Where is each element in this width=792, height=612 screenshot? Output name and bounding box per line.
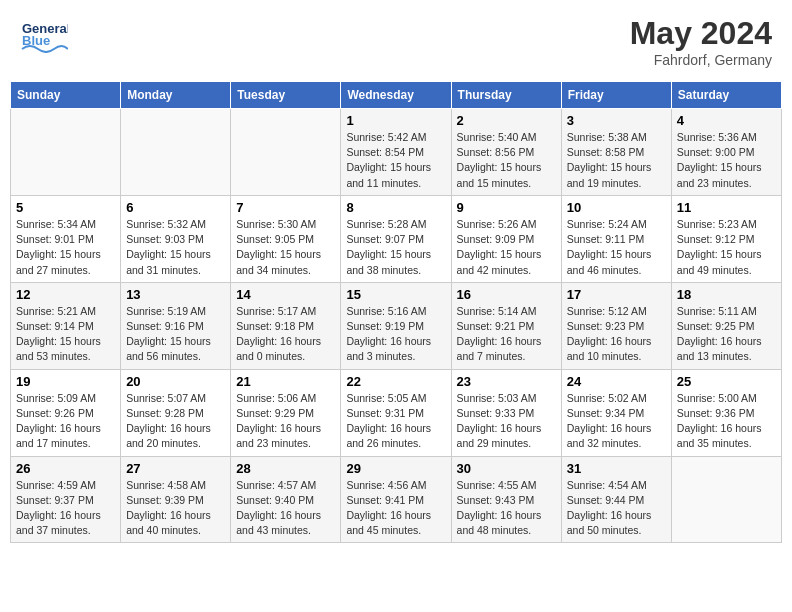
weekday-header-cell: Sunday [11, 82, 121, 109]
calendar-day-cell: 5Sunrise: 5:34 AM Sunset: 9:01 PM Daylig… [11, 195, 121, 282]
day-info: Sunrise: 5:30 AM Sunset: 9:05 PM Dayligh… [236, 217, 335, 278]
day-info: Sunrise: 5:19 AM Sunset: 9:16 PM Dayligh… [126, 304, 225, 365]
calendar-day-cell: 8Sunrise: 5:28 AM Sunset: 9:07 PM Daylig… [341, 195, 451, 282]
calendar-week-row: 5Sunrise: 5:34 AM Sunset: 9:01 PM Daylig… [11, 195, 782, 282]
calendar-day-cell: 18Sunrise: 5:11 AM Sunset: 9:25 PM Dayli… [671, 282, 781, 369]
day-number: 11 [677, 200, 776, 215]
day-info: Sunrise: 5:12 AM Sunset: 9:23 PM Dayligh… [567, 304, 666, 365]
day-number: 5 [16, 200, 115, 215]
day-info: Sunrise: 5:36 AM Sunset: 9:00 PM Dayligh… [677, 130, 776, 191]
calendar-day-cell: 24Sunrise: 5:02 AM Sunset: 9:34 PM Dayli… [561, 369, 671, 456]
calendar-week-row: 12Sunrise: 5:21 AM Sunset: 9:14 PM Dayli… [11, 282, 782, 369]
day-info: Sunrise: 5:00 AM Sunset: 9:36 PM Dayligh… [677, 391, 776, 452]
day-info: Sunrise: 4:58 AM Sunset: 9:39 PM Dayligh… [126, 478, 225, 539]
calendar-day-cell: 12Sunrise: 5:21 AM Sunset: 9:14 PM Dayli… [11, 282, 121, 369]
day-info: Sunrise: 5:05 AM Sunset: 9:31 PM Dayligh… [346, 391, 445, 452]
day-number: 10 [567, 200, 666, 215]
day-number: 3 [567, 113, 666, 128]
day-info: Sunrise: 5:28 AM Sunset: 9:07 PM Dayligh… [346, 217, 445, 278]
calendar-day-cell: 31Sunrise: 4:54 AM Sunset: 9:44 PM Dayli… [561, 456, 671, 543]
day-number: 30 [457, 461, 556, 476]
day-number: 16 [457, 287, 556, 302]
logo: General Blue [20, 15, 68, 53]
day-info: Sunrise: 5:17 AM Sunset: 9:18 PM Dayligh… [236, 304, 335, 365]
weekday-header-row: SundayMondayTuesdayWednesdayThursdayFrid… [11, 82, 782, 109]
calendar-day-cell: 25Sunrise: 5:00 AM Sunset: 9:36 PM Dayli… [671, 369, 781, 456]
calendar-day-cell [671, 456, 781, 543]
day-info: Sunrise: 4:56 AM Sunset: 9:41 PM Dayligh… [346, 478, 445, 539]
calendar-day-cell: 19Sunrise: 5:09 AM Sunset: 9:26 PM Dayli… [11, 369, 121, 456]
calendar-day-cell [11, 109, 121, 196]
day-number: 14 [236, 287, 335, 302]
day-info: Sunrise: 5:09 AM Sunset: 9:26 PM Dayligh… [16, 391, 115, 452]
calendar-day-cell: 11Sunrise: 5:23 AM Sunset: 9:12 PM Dayli… [671, 195, 781, 282]
calendar-day-cell: 16Sunrise: 5:14 AM Sunset: 9:21 PM Dayli… [451, 282, 561, 369]
weekday-header-cell: Wednesday [341, 82, 451, 109]
day-info: Sunrise: 5:03 AM Sunset: 9:33 PM Dayligh… [457, 391, 556, 452]
calendar-day-cell: 23Sunrise: 5:03 AM Sunset: 9:33 PM Dayli… [451, 369, 561, 456]
day-number: 7 [236, 200, 335, 215]
day-info: Sunrise: 5:24 AM Sunset: 9:11 PM Dayligh… [567, 217, 666, 278]
day-number: 1 [346, 113, 445, 128]
calendar-day-cell: 3Sunrise: 5:38 AM Sunset: 8:58 PM Daylig… [561, 109, 671, 196]
calendar-day-cell: 4Sunrise: 5:36 AM Sunset: 9:00 PM Daylig… [671, 109, 781, 196]
calendar-day-cell: 14Sunrise: 5:17 AM Sunset: 9:18 PM Dayli… [231, 282, 341, 369]
day-number: 15 [346, 287, 445, 302]
day-number: 22 [346, 374, 445, 389]
day-number: 13 [126, 287, 225, 302]
day-info: Sunrise: 5:40 AM Sunset: 8:56 PM Dayligh… [457, 130, 556, 191]
day-info: Sunrise: 4:54 AM Sunset: 9:44 PM Dayligh… [567, 478, 666, 539]
day-info: Sunrise: 4:59 AM Sunset: 9:37 PM Dayligh… [16, 478, 115, 539]
day-number: 27 [126, 461, 225, 476]
calendar-day-cell: 6Sunrise: 5:32 AM Sunset: 9:03 PM Daylig… [121, 195, 231, 282]
calendar-week-row: 19Sunrise: 5:09 AM Sunset: 9:26 PM Dayli… [11, 369, 782, 456]
calendar-week-row: 26Sunrise: 4:59 AM Sunset: 9:37 PM Dayli… [11, 456, 782, 543]
month-year-title: May 2024 [630, 15, 772, 52]
weekday-header-cell: Saturday [671, 82, 781, 109]
calendar-day-cell: 27Sunrise: 4:58 AM Sunset: 9:39 PM Dayli… [121, 456, 231, 543]
weekday-header-cell: Tuesday [231, 82, 341, 109]
day-info: Sunrise: 5:02 AM Sunset: 9:34 PM Dayligh… [567, 391, 666, 452]
day-info: Sunrise: 5:26 AM Sunset: 9:09 PM Dayligh… [457, 217, 556, 278]
day-info: Sunrise: 5:34 AM Sunset: 9:01 PM Dayligh… [16, 217, 115, 278]
day-number: 23 [457, 374, 556, 389]
logo-icon: General Blue [20, 15, 68, 53]
day-info: Sunrise: 4:55 AM Sunset: 9:43 PM Dayligh… [457, 478, 556, 539]
weekday-header-cell: Thursday [451, 82, 561, 109]
day-info: Sunrise: 5:14 AM Sunset: 9:21 PM Dayligh… [457, 304, 556, 365]
day-number: 17 [567, 287, 666, 302]
calendar-body: 1Sunrise: 5:42 AM Sunset: 8:54 PM Daylig… [11, 109, 782, 543]
weekday-header-cell: Monday [121, 82, 231, 109]
day-number: 24 [567, 374, 666, 389]
day-number: 12 [16, 287, 115, 302]
calendar-day-cell: 10Sunrise: 5:24 AM Sunset: 9:11 PM Dayli… [561, 195, 671, 282]
day-info: Sunrise: 5:32 AM Sunset: 9:03 PM Dayligh… [126, 217, 225, 278]
day-number: 31 [567, 461, 666, 476]
calendar-day-cell: 15Sunrise: 5:16 AM Sunset: 9:19 PM Dayli… [341, 282, 451, 369]
calendar-day-cell: 9Sunrise: 5:26 AM Sunset: 9:09 PM Daylig… [451, 195, 561, 282]
day-number: 25 [677, 374, 776, 389]
day-number: 6 [126, 200, 225, 215]
day-number: 19 [16, 374, 115, 389]
calendar-day-cell: 7Sunrise: 5:30 AM Sunset: 9:05 PM Daylig… [231, 195, 341, 282]
calendar-week-row: 1Sunrise: 5:42 AM Sunset: 8:54 PM Daylig… [11, 109, 782, 196]
day-info: Sunrise: 5:07 AM Sunset: 9:28 PM Dayligh… [126, 391, 225, 452]
day-number: 18 [677, 287, 776, 302]
day-number: 26 [16, 461, 115, 476]
day-info: Sunrise: 5:38 AM Sunset: 8:58 PM Dayligh… [567, 130, 666, 191]
calendar-day-cell: 22Sunrise: 5:05 AM Sunset: 9:31 PM Dayli… [341, 369, 451, 456]
day-number: 28 [236, 461, 335, 476]
calendar-day-cell: 29Sunrise: 4:56 AM Sunset: 9:41 PM Dayli… [341, 456, 451, 543]
weekday-header-cell: Friday [561, 82, 671, 109]
day-info: Sunrise: 5:23 AM Sunset: 9:12 PM Dayligh… [677, 217, 776, 278]
page-header: General Blue May 2024 Fahrdorf, Germany [10, 10, 782, 73]
calendar-day-cell: 30Sunrise: 4:55 AM Sunset: 9:43 PM Dayli… [451, 456, 561, 543]
calendar-day-cell: 17Sunrise: 5:12 AM Sunset: 9:23 PM Dayli… [561, 282, 671, 369]
day-number: 21 [236, 374, 335, 389]
day-info: Sunrise: 4:57 AM Sunset: 9:40 PM Dayligh… [236, 478, 335, 539]
day-number: 4 [677, 113, 776, 128]
calendar-day-cell [231, 109, 341, 196]
day-number: 29 [346, 461, 445, 476]
calendar-day-cell [121, 109, 231, 196]
day-info: Sunrise: 5:42 AM Sunset: 8:54 PM Dayligh… [346, 130, 445, 191]
